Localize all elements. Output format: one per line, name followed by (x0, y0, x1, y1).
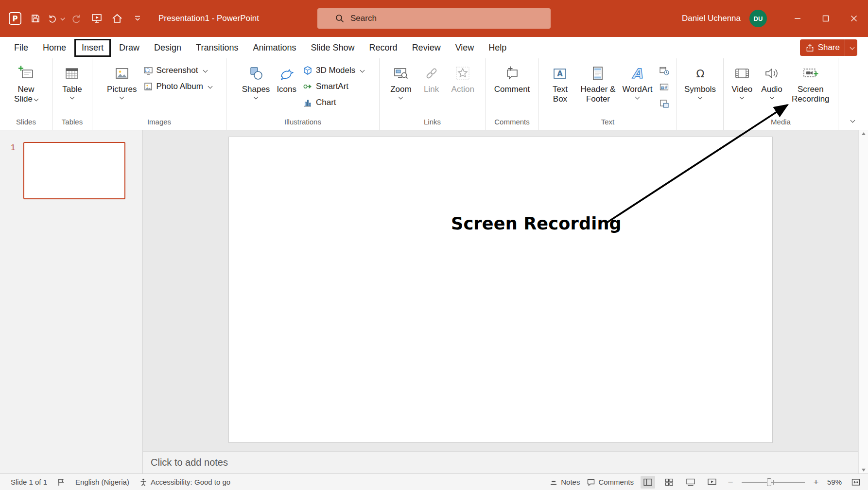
slide-editing-surface[interactable] (228, 137, 773, 443)
new-slide-button[interactable]: New Slide (10, 60, 42, 104)
chevron-down-icon[interactable] (360, 68, 365, 72)
chevron-down-icon[interactable] (399, 94, 403, 99)
powerpoint-logo-icon[interactable]: P (7, 10, 23, 27)
tab-record[interactable]: Record (362, 39, 405, 57)
video-icon (734, 62, 750, 85)
vertical-scrollbar[interactable] (858, 130, 868, 473)
accessibility-checker[interactable]: Accessibility: Good to go (139, 478, 230, 487)
chevron-down-icon[interactable] (698, 94, 703, 99)
maximize-button[interactable] (812, 0, 840, 37)
ribbon-group-comments: Comment Comments (486, 58, 539, 130)
table-button[interactable]: Table (60, 60, 85, 100)
comments-toggle[interactable]: Comments (587, 478, 634, 487)
chevron-down-icon[interactable] (34, 96, 38, 101)
undo-button[interactable] (48, 10, 64, 27)
collapse-ribbon-button[interactable] (845, 115, 858, 126)
screenshot-icon (143, 66, 153, 75)
zoom-slider[interactable] (742, 476, 805, 489)
customize-quick-access-button[interactable] (129, 10, 146, 27)
tab-view[interactable]: View (448, 39, 482, 57)
search-placeholder: Search (350, 14, 377, 23)
account-name[interactable]: Daniel Uchenna (682, 14, 741, 23)
home-button[interactable] (109, 10, 125, 27)
slide-number-button[interactable]: # (657, 81, 672, 94)
fit-to-window-button[interactable] (849, 476, 863, 489)
icons-button[interactable]: Icons (274, 60, 299, 94)
smartart-button[interactable]: SmartArt (301, 81, 366, 92)
slide-sorter-view-button[interactable] (662, 476, 677, 489)
chart-button[interactable]: Chart (301, 97, 366, 108)
date-time-button[interactable] (657, 64, 672, 78)
share-button[interactable]: Share (800, 39, 857, 56)
wordart-button[interactable]: A WordArt (620, 60, 655, 100)
chevron-down-icon[interactable] (203, 68, 208, 72)
photo-album-button[interactable]: Photo Album (141, 81, 214, 92)
pictures-button[interactable]: Pictures (104, 60, 139, 100)
chevron-down-icon[interactable] (254, 94, 259, 99)
share-dropdown[interactable] (845, 39, 857, 56)
minimize-button[interactable] (783, 0, 812, 37)
scroll-down-icon[interactable] (861, 468, 866, 472)
ribbon-group-text: A Text Box Header & Footer (539, 58, 677, 130)
group-label-slides: Slides (0, 117, 52, 130)
scroll-up-icon[interactable] (861, 132, 866, 136)
3d-models-button[interactable]: 3D Models (301, 65, 366, 76)
audio-button[interactable]: Audio (759, 60, 784, 100)
start-slideshow-button[interactable] (88, 10, 105, 27)
slideshow-view-button[interactable] (705, 476, 719, 489)
ribbon-group-illustrations: Shapes Icons (226, 58, 380, 130)
chevron-down-icon[interactable] (635, 94, 640, 99)
chevron-down-icon[interactable] (70, 94, 75, 99)
search-input[interactable]: Search (317, 8, 551, 29)
save-icon (30, 13, 41, 24)
tab-file[interactable]: File (7, 39, 35, 57)
tab-animations[interactable]: Animations (245, 39, 303, 57)
notes-pane[interactable]: Click to add notes (143, 451, 858, 473)
comment-button[interactable]: Comment (492, 60, 533, 94)
tab-help[interactable]: Help (481, 39, 514, 57)
language-indicator[interactable]: English (Nigeria) (75, 478, 129, 486)
shapes-button[interactable]: Shapes (240, 60, 273, 100)
chevron-down-icon[interactable] (120, 94, 124, 99)
tab-transitions[interactable]: Transitions (189, 39, 245, 57)
avatar[interactable]: DU (749, 10, 767, 27)
action-button: Action (449, 60, 477, 94)
zoom-button[interactable]: Zoom (388, 60, 414, 100)
svg-text:#: # (664, 86, 668, 90)
screen-recording-button[interactable]: Screen Recording (789, 60, 833, 104)
notes-placeholder: Click to add notes (151, 457, 228, 468)
save-button[interactable] (27, 10, 44, 27)
screenshot-button[interactable]: Screenshot (141, 65, 214, 76)
tab-insert[interactable]: Insert (74, 39, 111, 57)
group-label-tables: Tables (52, 117, 92, 130)
zoom-level[interactable]: 59% (827, 478, 842, 486)
chevron-down-icon[interactable] (60, 16, 65, 20)
zoom-slider-thumb[interactable] (767, 478, 771, 486)
text-box-button[interactable]: A Text Box (544, 60, 576, 104)
chevron-down-icon[interactable] (208, 84, 212, 88)
normal-view-button[interactable] (641, 476, 655, 489)
notes-toggle[interactable]: Notes (549, 478, 580, 487)
header-footer-button[interactable]: Header & Footer (578, 60, 618, 104)
tab-slide-show[interactable]: Slide Show (304, 39, 362, 57)
zoom-out-button[interactable]: − (726, 477, 735, 488)
tab-home[interactable]: Home (35, 39, 73, 57)
chevron-down-icon[interactable] (769, 94, 774, 99)
wordart-icon: A (629, 62, 645, 85)
powerpoint-window: P (0, 0, 868, 490)
slide-indicator[interactable]: Slide 1 of 1 (11, 478, 47, 486)
slide-thumbnail-panel[interactable]: 1 (0, 130, 143, 473)
proofing-icon[interactable] (57, 478, 66, 487)
object-button[interactable] (657, 97, 672, 111)
close-button[interactable] (840, 0, 868, 37)
tab-review[interactable]: Review (405, 39, 448, 57)
symbols-button[interactable]: Ω Symbols (682, 60, 718, 100)
zoom-in-button[interactable]: + (812, 477, 820, 488)
reading-view-button[interactable] (683, 476, 698, 489)
tab-draw[interactable]: Draw (112, 39, 147, 57)
slide-thumbnail[interactable] (23, 142, 125, 199)
chart-icon (303, 98, 312, 107)
chevron-down-icon[interactable] (740, 94, 745, 99)
video-button[interactable]: Video (729, 60, 755, 100)
tab-design[interactable]: Design (147, 39, 189, 57)
